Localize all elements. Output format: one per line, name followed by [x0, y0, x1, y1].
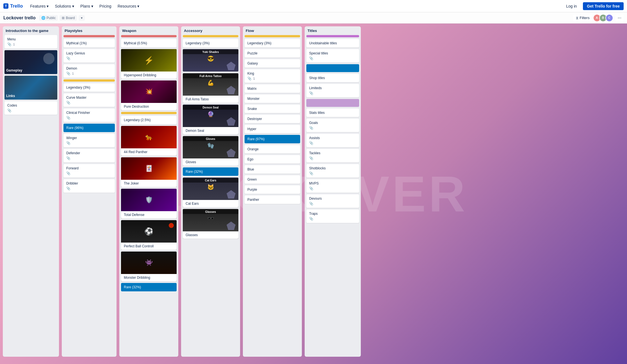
avatar-3[interactable]: C [605, 14, 613, 22]
nav-right: Log in Get Trello for free [562, 2, 624, 10]
card-dribbler[interactable]: Dribbler📎 [63, 179, 115, 193]
card-demon[interactable]: Demon 📎1 [63, 64, 115, 78]
card-monster-dribbling[interactable]: 👾 Monster Dribbling [121, 252, 177, 281]
card-red-panther[interactable]: 🐆 44 Red Panther [121, 126, 177, 156]
columns-container: Introduction to the game Menu 📎 1 Gamepl… [3, 26, 627, 364]
card-titles-purple[interactable] [306, 99, 359, 107]
card-king[interactable]: King 📎1 [245, 69, 300, 83]
card-legendary-25[interactable]: Legendary (2.5%) [121, 116, 177, 124]
card-goals[interactable]: Goals 📎 [306, 119, 359, 132]
nav-plans[interactable]: Plans ▾ [77, 2, 96, 10]
column-flow-header: Flow [243, 26, 302, 35]
card-rare-32-acc[interactable]: Rare (32%) [183, 167, 238, 176]
card-winger[interactable]: Winger📎 [63, 134, 115, 147]
filter-icon: ⧖ [576, 16, 578, 20]
card-special-titles[interactable]: Special titles 📎 [306, 49, 359, 63]
column-playstyles: Playstyles Mythical (1%) Lazy Genius📎 De… [62, 26, 117, 357]
card-pure-destruction[interactable]: 💥 Pure Destruction [121, 80, 177, 110]
card-joker[interactable]: 🃏 The Joker [121, 157, 177, 187]
trello-logo[interactable]: T Trello [3, 3, 23, 9]
card-acc-legendary[interactable]: Legendary (3%) [183, 39, 238, 47]
card-glasses[interactable]: Glasses 🕶️ Glasses [183, 209, 238, 239]
card-hyperspeed[interactable]: ⚡ Hyperspeed Dribbling [121, 49, 177, 79]
card-devours[interactable]: Devours 📎 [306, 194, 359, 208]
card-demon-seal[interactable]: Demon Seal 🔮 Demon Seal [183, 105, 238, 134]
card-mythical-05[interactable]: Mythical (0.5%) [121, 39, 177, 47]
visibility-label: Public [47, 16, 56, 20]
tattoo-img: Full Arms Tattoo 💪 [183, 73, 238, 96]
nav-solutions[interactable]: Solutions ▾ [52, 2, 77, 10]
card-total-defense[interactable]: 🛡️ Total Defense [121, 189, 177, 218]
card-galaxy[interactable]: Galaxy [245, 59, 300, 68]
card-matrix[interactable]: Matrix [245, 84, 300, 93]
card-gloves[interactable]: Gloves 🧤 Gloves [183, 136, 238, 166]
card-monster-flow[interactable]: Monster [245, 95, 300, 103]
card-assists[interactable]: Assists 📎 [306, 134, 359, 147]
card-tackles[interactable]: Tackles 📎 [306, 149, 359, 162]
card-flow-legendary[interactable]: Legendary (3%) [245, 39, 300, 47]
card-yuki-shades[interactable]: Yuki Shades 😎 [183, 49, 238, 72]
card-full-arms-tattoo[interactable]: Full Arms Tattoo 💪 Full Arms Tatoo [183, 73, 238, 103]
card-lazy-genius[interactable]: Lazy Genius📎 [63, 49, 115, 63]
card-legendary-3[interactable]: Legendary (3%) [63, 83, 115, 92]
devours-icon: 📎 [309, 202, 313, 206]
cat-ears-img: Cat Ears 🐱 [183, 178, 238, 200]
card-rare-32-weapon[interactable]: Rare (32%) [121, 283, 177, 291]
card-destroyer[interactable]: Destroyer [245, 115, 300, 123]
card-curve-master[interactable]: Curve Master📎 [63, 93, 115, 107]
card-ego[interactable]: Ego [245, 155, 300, 163]
column-intro-body: Menu 📎 1 Gameplay Lin [3, 35, 59, 357]
visibility-badge[interactable]: 🌐 Public [39, 15, 58, 21]
card-unobtainable[interactable]: Unobtainable titles [306, 39, 359, 47]
card-links[interactable]: Links [4, 76, 57, 100]
card-orange[interactable]: Orange [245, 145, 300, 153]
card-limiteds[interactable]: Limiteds 📎 [306, 84, 359, 97]
card-traps[interactable]: Traps 📎 [306, 209, 359, 223]
get-free-button[interactable]: Get Trello for free [583, 2, 624, 10]
card-hyper[interactable]: Hyper [245, 125, 300, 133]
traps-icon: 📎 [309, 217, 313, 221]
acc-legendary-bar [183, 35, 238, 37]
column-playstyles-body: Mythical (1%) Lazy Genius📎 Demon 📎1 Lege… [62, 35, 117, 357]
hyperspeed-img: ⚡ [121, 49, 177, 72]
card-shop-titles[interactable]: Shop titles [306, 74, 359, 82]
view-badge[interactable]: ⊞ Board [60, 15, 77, 21]
card-codes[interactable]: Codes 📎 [4, 101, 57, 115]
mvps-icon: 📎 [309, 186, 313, 190]
filter-button[interactable]: ⧖ Filters [573, 15, 592, 21]
nav-resources[interactable]: Resources ▾ [115, 2, 142, 10]
nav-pricing[interactable]: Pricing [97, 2, 114, 10]
glasses-img: Glasses 🕶️ [183, 209, 238, 231]
card-green[interactable]: Green [245, 175, 300, 184]
card-mvps[interactable]: MVPS 📎 [306, 179, 359, 193]
login-button[interactable]: Log in [562, 2, 581, 10]
column-titles-header: Titles [305, 26, 361, 35]
hyperspeed-title: Hyperspeed Dribbling [121, 72, 177, 79]
more-options-button[interactable]: ··· [615, 14, 624, 22]
card-rare-97[interactable]: Rare (97%) [245, 135, 300, 143]
weapon-legendary-bar [121, 112, 177, 114]
nav-features[interactable]: Features ▾ [27, 2, 51, 10]
card-snake[interactable]: Snake [245, 105, 300, 113]
card-perfect-ball[interactable]: ⚽ Perfect Ball Controll [121, 220, 177, 250]
card-codes-label: Codes [7, 103, 17, 107]
card-clinical[interactable]: Clinical Finisher📎 [63, 109, 115, 122]
view-toggle[interactable]: ▾ [79, 15, 85, 21]
card-panther[interactable]: Panther [245, 195, 300, 204]
card-cat-ears[interactable]: Cat Ears 🐱 Cat Ears [183, 178, 238, 207]
card-blue-flow[interactable]: Blue [245, 165, 300, 174]
card-gameplay[interactable]: Gameplay [4, 50, 57, 74]
card-forward[interactable]: Forward📎 [63, 164, 115, 178]
card-puzzle[interactable]: Puzzle [245, 49, 300, 57]
card-shotblocks[interactable]: Shotblocks 📎 [306, 164, 359, 178]
special-icon: 📎 [309, 56, 313, 60]
card-defender[interactable]: Defender📎 [63, 149, 115, 162]
card-menu-icon: 📎 [7, 42, 12, 46]
card-menu[interactable]: Menu 📎 1 [4, 35, 57, 49]
card-purple[interactable]: Purple [245, 185, 300, 194]
card-titles-blue[interactable] [306, 64, 359, 72]
titles-purple-bar [306, 35, 359, 37]
card-stats-titles[interactable]: Stats titles [306, 109, 359, 117]
card-mythical-1[interactable]: Mythical (1%) [63, 39, 115, 47]
card-rare-96[interactable]: Rare (96%) [63, 124, 115, 132]
